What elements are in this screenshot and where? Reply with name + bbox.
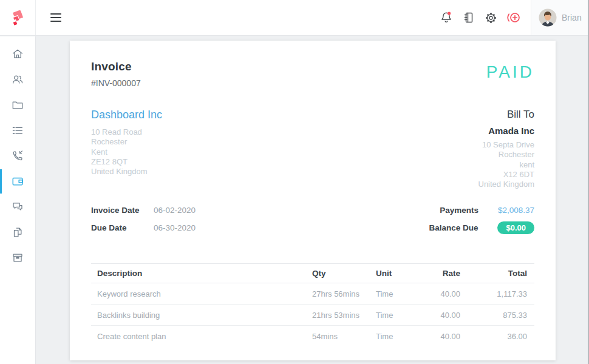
column-unit: Unit — [370, 269, 434, 278]
column-description: Description — [91, 269, 306, 278]
sidebar — [0, 36, 36, 364]
column-total: Total — [464, 269, 534, 278]
users-icon — [11, 73, 24, 86]
brand-logo-icon — [9, 8, 27, 27]
sidebar-item-calls[interactable] — [0, 143, 35, 169]
invoice-number: #INV-000007 — [91, 78, 141, 88]
topbar: Brian — [0, 0, 589, 36]
wallet-icon — [11, 175, 24, 188]
cell-description: Create content plan — [91, 332, 306, 341]
address-line: United Kingdom — [478, 180, 535, 189]
cell-total: 875.33 — [464, 311, 534, 320]
cell-total: 36.00 — [464, 332, 534, 341]
pages-icon — [11, 226, 24, 239]
cell-qty: 54mins — [306, 332, 370, 341]
cell-unit: Time — [370, 311, 434, 320]
invoice-card: Invoice #INV-000007 PAID Dashboard Inc 1… — [70, 41, 556, 360]
invoice-header: Invoice #INV-000007 PAID — [91, 60, 534, 88]
address-line: 10 Read Road — [91, 127, 162, 137]
folder-icon — [11, 98, 24, 112]
payments-row: Payments $2,008.37 — [429, 204, 534, 216]
cell-unit: Time — [370, 332, 434, 341]
due-date-value: 06-30-2020 — [154, 223, 196, 232]
invoice-date-value: 06-02-2020 — [154, 206, 196, 215]
address-line: Rochester — [478, 150, 535, 160]
company-address: 10 Read Road Rochester Kent ZE12 8QT Uni… — [91, 127, 162, 177]
address-line: ZE12 8QT — [91, 157, 162, 167]
sidebar-item-projects[interactable] — [0, 92, 35, 118]
balance-due-label: Balance Due — [429, 223, 478, 232]
user-name: Brian — [562, 13, 582, 22]
status-badge: PAID — [486, 62, 534, 82]
list-icon — [11, 124, 24, 137]
notebook-icon — [461, 10, 476, 25]
due-date-row: Due Date 06-30-2020 — [91, 221, 196, 234]
customer-address: 10 Septa Drive Rochester kent X12 6DT Un… — [478, 140, 535, 189]
settings-button[interactable] — [480, 0, 502, 35]
balance-due-pill: $0.00 — [497, 221, 534, 234]
invoice-date-row: Invoice Date 06-02-2020 — [91, 204, 196, 216]
table-row: Create content plan 54mins Time 40.00 36… — [91, 326, 534, 347]
address-line: kent — [478, 160, 535, 170]
cell-qty: 21hrs 53mins — [306, 311, 370, 320]
phone-incoming-icon — [11, 149, 24, 163]
company-name-link[interactable]: Dashboard Inc — [91, 109, 162, 121]
balance-due-row: Balance Due $0.00 — [429, 221, 534, 234]
from-block: Dashboard Inc 10 Read Road Rochester Ken… — [91, 109, 162, 189]
bill-to-block: Bill To Amada Inc 10 Septa Drive Rochest… — [478, 109, 535, 189]
bell-icon — [439, 10, 454, 25]
topbar-actions: Brian — [435, 0, 589, 35]
notifications-button[interactable] — [435, 0, 457, 35]
table-row: Backlinks building 21hrs 53mins Time 40.… — [91, 305, 534, 326]
sidebar-item-invoices[interactable] — [0, 169, 35, 194]
home-icon — [11, 47, 24, 61]
cell-description: Backlinks building — [91, 311, 306, 320]
table-row: Keyword research 27hrs 56mins Time 40.00… — [91, 283, 534, 305]
gear-icon — [484, 11, 498, 25]
payments-label: Payments — [440, 206, 478, 215]
column-qty: Qty — [306, 269, 370, 278]
meta-section: Invoice Date 06-02-2020 Due Date 06-30-2… — [91, 204, 534, 239]
sidebar-item-documents[interactable] — [0, 220, 35, 245]
address-line: Kent — [91, 147, 162, 157]
invoice-date-label: Invoice Date — [91, 206, 154, 215]
avatar — [539, 8, 557, 27]
app-logo[interactable] — [0, 0, 36, 35]
timesheet-button[interactable] — [457, 0, 480, 35]
cell-description: Keyword research — [91, 289, 306, 298]
cell-qty: 27hrs 56mins — [306, 289, 370, 298]
sidebar-item-tasks[interactable] — [0, 118, 35, 143]
quick-add-icon — [506, 10, 522, 25]
sidebar-item-archive[interactable] — [0, 245, 35, 271]
customer-name: Amada Inc — [478, 126, 535, 136]
archive-box-icon — [11, 251, 24, 265]
sidebar-item-contacts[interactable] — [0, 67, 35, 92]
notification-dot — [448, 12, 451, 15]
sidebar-item-messages[interactable] — [0, 194, 35, 220]
sidebar-item-home[interactable] — [0, 41, 35, 67]
address-line: United Kingdom — [91, 167, 162, 177]
bill-to-label: Bill To — [478, 109, 535, 121]
cell-rate: 40.00 — [434, 289, 464, 298]
parties-section: Dashboard Inc 10 Read Road Rochester Ken… — [91, 109, 534, 189]
address-line: Rochester — [91, 137, 162, 147]
cell-rate: 40.00 — [434, 311, 464, 320]
dates-block: Invoice Date 06-02-2020 Due Date 06-30-2… — [91, 204, 196, 239]
user-menu[interactable]: Brian — [531, 0, 589, 35]
address-line: 10 Septa Drive — [478, 140, 535, 150]
cell-unit: Time — [370, 289, 434, 298]
chat-icon — [11, 200, 24, 214]
due-date-label: Due Date — [91, 223, 154, 232]
totals-block: Payments $2,008.37 Balance Due $0.00 — [429, 204, 534, 239]
menu-icon[interactable] — [47, 10, 65, 25]
line-items-table: Description Qty Unit Rate Total Keyword … — [91, 263, 534, 347]
page-title: Invoice — [91, 60, 141, 73]
main-content: Invoice #INV-000007 PAID Dashboard Inc 1… — [36, 36, 589, 364]
address-line: X12 6DT — [478, 170, 535, 180]
column-rate: Rate — [434, 269, 464, 278]
payments-amount-link[interactable]: $2,008.37 — [491, 206, 534, 215]
cell-total: 1,117.33 — [464, 289, 534, 298]
cell-rate: 40.00 — [434, 332, 464, 341]
quick-add-button[interactable] — [502, 0, 525, 35]
table-header: Description Qty Unit Rate Total — [91, 263, 534, 283]
